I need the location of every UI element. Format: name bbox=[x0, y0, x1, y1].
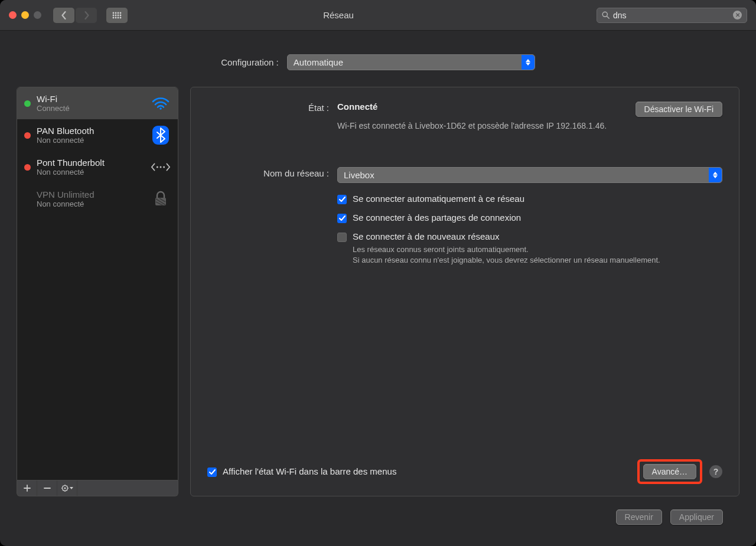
net-status: Non connecté bbox=[37, 168, 145, 176]
bottom-row: Afficher l'état Wi-Fi dans la barre des … bbox=[207, 459, 722, 484]
close-icon[interactable] bbox=[9, 11, 17, 19]
lock-icon bbox=[151, 189, 171, 209]
checkbox-label: Se connecter automatiquement à ce réseau bbox=[353, 194, 524, 204]
checkbox-icon bbox=[337, 195, 347, 204]
net-name: VPN Unlimited bbox=[37, 189, 145, 200]
explanation-text: Les réseaux connus seront joints automat… bbox=[353, 244, 672, 266]
checkbox-new-networks[interactable]: Se connecter à de nouveaux réseaux bbox=[337, 231, 722, 242]
revert-button[interactable]: Revenir bbox=[616, 509, 662, 525]
svg-line-29 bbox=[66, 490, 67, 491]
chevron-updown-icon bbox=[522, 55, 535, 70]
detail-panel: État : Connecté Désactiver le Wi-Fi Wi-F… bbox=[190, 87, 739, 496]
apply-button[interactable]: Appliquer bbox=[670, 509, 723, 525]
sidebar-item-bluetooth[interactable]: PAN Bluetooth Non connecté bbox=[17, 119, 178, 151]
config-row: Configuration : Automatique bbox=[17, 54, 739, 70]
search-icon bbox=[602, 11, 610, 19]
config-label: Configuration : bbox=[221, 57, 279, 67]
checkbox-label: Afficher l'état Wi-Fi dans la barre des … bbox=[223, 466, 396, 476]
thunderbolt-bridge-icon bbox=[151, 157, 171, 177]
svg-point-14 bbox=[159, 107, 162, 110]
net-name: Pont Thunderbolt bbox=[37, 158, 145, 168]
net-status: Connecté bbox=[37, 104, 145, 113]
bluetooth-icon bbox=[151, 125, 171, 145]
state-value: Connecté bbox=[337, 102, 377, 112]
checkbox-menubar[interactable]: Afficher l'état Wi-Fi dans la barre des … bbox=[207, 466, 396, 477]
svg-point-32 bbox=[64, 487, 66, 489]
content-area: Configuration : Automatique Wi-Fi Connec… bbox=[0, 31, 756, 546]
minimize-icon[interactable] bbox=[21, 11, 29, 19]
checkbox-label: Se connecter à de nouveaux réseaux bbox=[353, 231, 500, 241]
search-input[interactable] bbox=[613, 11, 729, 20]
clear-search-icon[interactable]: ✕ bbox=[733, 11, 742, 19]
window-title: Réseau bbox=[86, 10, 591, 20]
back-button[interactable] bbox=[53, 8, 74, 23]
config-value: Automatique bbox=[294, 57, 343, 67]
search-field[interactable]: ✕ bbox=[597, 8, 747, 23]
network-name-select[interactable]: Livebox bbox=[337, 167, 722, 183]
disable-wifi-button[interactable]: Désactiver le Wi-Fi bbox=[636, 102, 722, 117]
traffic-lights bbox=[9, 11, 41, 19]
help-button[interactable]: ? bbox=[709, 465, 722, 478]
nav-buttons bbox=[53, 8, 97, 23]
state-label: État : bbox=[207, 102, 337, 132]
wifi-icon bbox=[151, 93, 171, 113]
checkbox-label: Se connecter à des partages de connexion bbox=[353, 212, 521, 223]
net-status: Non connecté bbox=[37, 136, 145, 145]
preferences-window: Réseau ✕ Configuration : Automatique bbox=[0, 0, 756, 546]
state-description: Wi-Fi est connecté à Livebox-1D62 et pos… bbox=[337, 120, 644, 132]
status-dot-icon bbox=[24, 132, 31, 139]
sidebar-item-thunderbolt[interactable]: Pont Thunderbolt Non connecté bbox=[17, 151, 178, 183]
svg-line-31 bbox=[66, 486, 67, 486]
footer: Revenir Appliquer bbox=[17, 496, 739, 535]
network-list: Wi-Fi Connecté PAN Bluetooth Non connect… bbox=[17, 87, 178, 480]
sidebar: Wi-Fi Connecté PAN Bluetooth Non connect… bbox=[17, 87, 178, 496]
status-dot-icon bbox=[24, 164, 31, 171]
svg-point-18 bbox=[163, 166, 165, 168]
zoom-icon bbox=[34, 11, 41, 19]
net-name: Wi-Fi bbox=[37, 94, 145, 104]
config-select[interactable]: Automatique bbox=[287, 54, 535, 70]
svg-point-16 bbox=[157, 166, 158, 168]
remove-button[interactable] bbox=[37, 480, 57, 496]
checkbox-hotspot[interactable]: Se connecter à des partages de connexion bbox=[337, 212, 722, 223]
network-name-label: Nom du réseau : bbox=[207, 167, 337, 183]
network-name-value: Livebox bbox=[344, 170, 374, 180]
sidebar-toolbar bbox=[17, 480, 178, 496]
forward-button bbox=[76, 8, 97, 23]
add-button[interactable] bbox=[17, 480, 37, 496]
checkbox-icon bbox=[337, 214, 347, 223]
main-area: Wi-Fi Connecté PAN Bluetooth Non connect… bbox=[17, 87, 739, 496]
net-name: PAN Bluetooth bbox=[37, 126, 145, 136]
sidebar-item-wifi[interactable]: Wi-Fi Connecté bbox=[17, 87, 178, 119]
net-status: Non connecté bbox=[37, 200, 145, 208]
checkbox-auto-connect[interactable]: Se connecter automatiquement à ce réseau bbox=[337, 194, 722, 204]
action-menu-button[interactable] bbox=[57, 480, 77, 496]
titlebar: Réseau ✕ bbox=[0, 0, 756, 31]
advanced-button[interactable]: Avancé… bbox=[643, 464, 696, 479]
sidebar-item-vpn[interactable]: VPN Unlimited Non connecté bbox=[17, 183, 178, 215]
svg-line-30 bbox=[63, 490, 63, 491]
checkbox-icon bbox=[207, 467, 217, 477]
svg-line-13 bbox=[607, 17, 610, 19]
svg-point-17 bbox=[159, 166, 161, 168]
svg-line-28 bbox=[63, 486, 63, 486]
status-dot-icon bbox=[24, 100, 31, 107]
checkbox-icon bbox=[337, 233, 347, 242]
chevron-updown-icon bbox=[709, 168, 722, 182]
highlight-annotation: Avancé… bbox=[637, 459, 702, 484]
